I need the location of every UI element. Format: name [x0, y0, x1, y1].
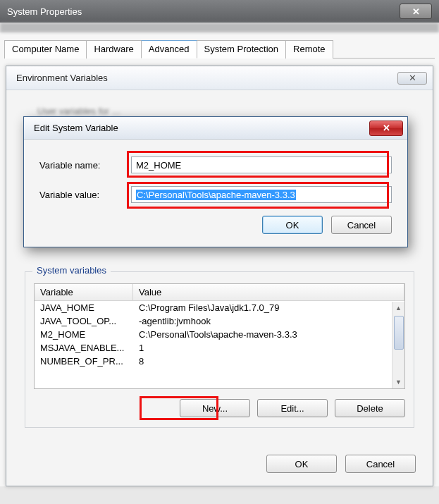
variable-value-label: Variable value: — [39, 190, 131, 200]
system-vars-group: System variables Variable Value JAVA_HOM… — [25, 271, 414, 428]
variable-name-field[interactable]: M2_HOME — [131, 156, 392, 173]
new-button[interactable]: New... — [180, 399, 250, 417]
env-cancel-button[interactable]: Cancel — [345, 455, 416, 473]
scroll-up-icon[interactable]: ▲ — [392, 302, 404, 314]
edit-ok-button[interactable]: OK — [262, 216, 323, 234]
tab-hardware[interactable]: Hardware — [86, 40, 141, 59]
list-item[interactable]: M2_HOME C:\Personal\Tools\apache-maven-3… — [35, 328, 404, 341]
sysprops-close-button[interactable]: ✕ — [400, 4, 432, 19]
tab-computer-name[interactable]: Computer Name — [4, 40, 87, 59]
col-variable[interactable]: Variable — [35, 284, 133, 300]
list-item[interactable]: NUMBER_OF_PR... 8 — [35, 355, 404, 368]
env-footer-buttons: OK Cancel — [6, 442, 433, 486]
sysprops-titlebar: System Properties ✕ — [0, 0, 439, 23]
close-icon: ✕ — [412, 6, 420, 17]
list-item[interactable]: JAVA_TOOL_OP... -agentlib:jvmhook — [35, 314, 404, 328]
tab-system-protection[interactable]: System Protection — [197, 40, 287, 59]
delete-button[interactable]: Delete — [335, 399, 405, 417]
env-vars-title: Environment Variables — [16, 73, 108, 83]
edit-sysvar-close-button[interactable]: ✕ — [369, 121, 403, 136]
variable-value-field[interactable]: C:\Personal\Tools\apache-maven-3.3.3 — [131, 186, 392, 203]
list-item[interactable]: MSJAVA_ENABLE... 1 — [35, 341, 404, 355]
system-vars-rows: JAVA_HOME C:\Program Files\Java\jdk1.7.0… — [35, 301, 404, 368]
sysprops-body: Computer Name Hardware Advanced System P… — [0, 32, 439, 486]
edit-sysvar-titlebar: Edit System Variable ✕ — [24, 117, 407, 140]
col-value[interactable]: Value — [133, 284, 404, 300]
tab-strip: Computer Name Hardware Advanced System P… — [4, 39, 435, 59]
blurred-toolbar — [0, 23, 439, 32]
list-item[interactable]: JAVA_HOME C:\Program Files\Java\jdk1.7.0… — [35, 301, 404, 314]
tab-advanced[interactable]: Advanced — [141, 40, 197, 59]
edit-sysvar-title: Edit System Variable — [34, 123, 118, 133]
edit-cancel-button[interactable]: Cancel — [331, 216, 392, 234]
edit-button[interactable]: Edit... — [257, 399, 328, 417]
env-ok-button[interactable]: OK — [266, 455, 337, 473]
close-icon: ✕ — [383, 123, 390, 133]
system-vars-scrollbar[interactable]: ▲ ▼ — [392, 302, 404, 388]
scroll-down-icon[interactable]: ▼ — [392, 376, 404, 388]
variable-name-label: Variable name: — [39, 160, 131, 171]
system-vars-list[interactable]: Variable Value JAVA_HOME C:\Program File… — [34, 283, 405, 389]
scroll-thumb[interactable] — [394, 316, 404, 350]
system-vars-legend: System variables — [32, 265, 111, 276]
tab-remote[interactable]: Remote — [285, 40, 333, 59]
close-icon: ✕ — [409, 73, 416, 83]
user-vars-legend-blurred: User variables for … — [37, 106, 414, 116]
sysprops-title: System Properties — [7, 6, 82, 17]
env-vars-close-button[interactable]: ✕ — [397, 72, 427, 85]
edit-sysvar-dialog: Edit System Variable ✕ Variable name: M2… — [23, 116, 408, 247]
env-vars-titlebar: Environment Variables ✕ — [6, 66, 433, 90]
system-vars-header: Variable Value — [35, 284, 404, 301]
